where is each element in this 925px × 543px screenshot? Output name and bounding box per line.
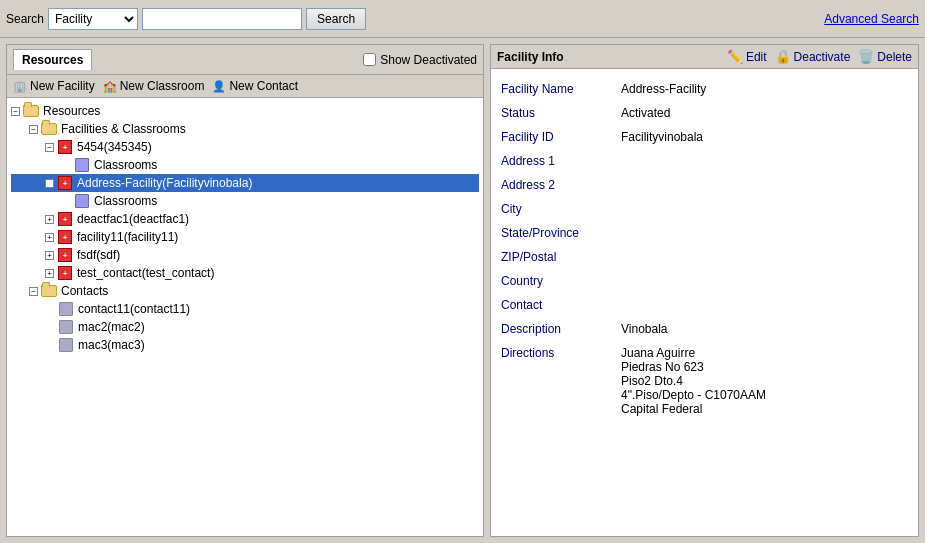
tree-node-icon <box>74 193 90 209</box>
tree-item[interactable]: ++test_contact(test_contact) <box>11 264 479 282</box>
info-field-value <box>621 298 908 312</box>
info-row: State/Province <box>499 221 910 245</box>
tree-node-label: Classrooms <box>94 158 157 172</box>
tree-item[interactable]: mac3(mac3) <box>11 336 479 354</box>
tree-item[interactable]: −Contacts <box>11 282 479 300</box>
info-field-label: Contact <box>501 298 621 312</box>
show-deactivated-label: Show Deactivated <box>380 53 477 67</box>
info-row: Address 2 <box>499 173 910 197</box>
info-row: Facility IDFacilityvinobala <box>499 125 910 149</box>
tree-item[interactable]: ++facility11(facility11) <box>11 228 479 246</box>
info-row: Country <box>499 269 910 293</box>
right-panel-header: Facility Info ✏️ Edit 🔒 Deactivate 🗑️ De… <box>491 45 918 69</box>
info-field-value: Juana Aguirre Piedras No 623 Piso2 Dto.4… <box>621 346 908 416</box>
tree-node-icon: + <box>57 247 73 263</box>
info-row: DescriptionVinobala <box>499 317 910 341</box>
top-bar-left: Search Facility Classroom Contact Search <box>6 8 366 30</box>
resources-tab[interactable]: Resources <box>13 49 92 70</box>
info-field-label: State/Province <box>501 226 621 240</box>
new-facility-button[interactable]: 🏢 New Facility <box>13 79 95 93</box>
tree-node-label: facility11(facility11) <box>77 230 178 244</box>
tree-item[interactable]: Classrooms <box>11 192 479 210</box>
edit-label: Edit <box>746 50 767 64</box>
tree-expander[interactable]: − <box>29 287 38 296</box>
facility-info-title: Facility Info <box>497 50 564 64</box>
info-field-label: Facility Name <box>501 82 621 96</box>
edit-button[interactable]: ✏️ Edit <box>727 49 767 64</box>
tree-expander[interactable]: − <box>11 107 20 116</box>
info-field-value <box>621 274 908 288</box>
tree-node-icon <box>41 121 57 137</box>
tree-expander[interactable]: + <box>45 233 54 242</box>
tree-node-icon <box>58 301 74 317</box>
tree-node-label: Facilities & Classrooms <box>61 122 186 136</box>
info-row: Contact <box>499 293 910 317</box>
deactivate-icon: 🔒 <box>775 49 791 64</box>
main-layout: Resources Show Deactivated 🏢 New Facilit… <box>0 38 925 543</box>
left-panel: Resources Show Deactivated 🏢 New Facilit… <box>6 44 484 537</box>
facility-select[interactable]: Facility Classroom Contact <box>48 8 138 30</box>
tree-node-label: Address-Facility(Facilityvinobala) <box>77 176 252 190</box>
info-field-value: Vinobala <box>621 322 908 336</box>
new-facility-label: New Facility <box>30 79 95 93</box>
tree-item[interactable]: −+Address-Facility(Facilityvinobala) <box>11 174 479 192</box>
new-contact-label: New Contact <box>229 79 298 93</box>
tree-node-label: contact11(contact11) <box>78 302 190 316</box>
info-row: Address 1 <box>499 149 910 173</box>
info-field-value <box>621 250 908 264</box>
info-field-value <box>621 154 908 168</box>
tree-node-icon <box>58 337 74 353</box>
delete-button[interactable]: 🗑️ Delete <box>858 49 912 64</box>
info-field-label: Description <box>501 322 621 336</box>
info-row: City <box>499 197 910 221</box>
tree-node-label: Resources <box>43 104 100 118</box>
tree-item[interactable]: mac2(mac2) <box>11 318 479 336</box>
tree-node-icon <box>41 283 57 299</box>
tree-item[interactable]: contact11(contact11) <box>11 300 479 318</box>
tree-node-icon: + <box>57 139 73 155</box>
deactivate-button[interactable]: 🔒 Deactivate <box>775 49 851 64</box>
tree-item[interactable]: ++fsdf(sdf) <box>11 246 479 264</box>
new-classroom-button[interactable]: 🏫 New Classroom <box>103 79 205 93</box>
info-field-label: City <box>501 202 621 216</box>
tree-item[interactable]: Classrooms <box>11 156 479 174</box>
info-field-label: Address 2 <box>501 178 621 192</box>
new-classroom-label: New Classroom <box>120 79 205 93</box>
tree-node-label: deactfac1(deactfac1) <box>77 212 189 226</box>
advanced-search-link[interactable]: Advanced Search <box>824 12 919 26</box>
tree-node-label: Contacts <box>61 284 108 298</box>
tree-node-label: mac2(mac2) <box>78 320 145 334</box>
tree-expander[interactable]: − <box>29 125 38 134</box>
info-field-value: Address-Facility <box>621 82 908 96</box>
info-field-label: Facility ID <box>501 130 621 144</box>
tree-node-icon: + <box>57 211 73 227</box>
tree-expander[interactable]: + <box>45 215 54 224</box>
tree-node-icon: + <box>57 265 73 281</box>
info-field-label: Address 1 <box>501 154 621 168</box>
tree-item[interactable]: −+5454(345345) <box>11 138 479 156</box>
search-button[interactable]: Search <box>306 8 366 30</box>
new-contact-button[interactable]: 👤 New Contact <box>212 79 298 93</box>
deactivate-label: Deactivate <box>794 50 851 64</box>
info-field-value <box>621 178 908 192</box>
tree-container[interactable]: −Resources−Facilities & Classrooms−+5454… <box>7 98 483 536</box>
tree-expander[interactable]: + <box>45 269 54 278</box>
show-deactivated-checkbox[interactable] <box>363 53 376 66</box>
tree-item[interactable]: −Facilities & Classrooms <box>11 120 479 138</box>
tree-node-icon <box>74 157 90 173</box>
tree-expander[interactable]: − <box>45 179 54 188</box>
tree-expander[interactable]: − <box>45 143 54 152</box>
left-panel-header: Resources Show Deactivated <box>7 45 483 75</box>
info-field-label: Directions <box>501 346 621 416</box>
search-label: Search <box>6 12 44 26</box>
action-buttons: ✏️ Edit 🔒 Deactivate 🗑️ Delete <box>727 49 912 64</box>
search-input[interactable] <box>142 8 302 30</box>
show-deactivated-container: Show Deactivated <box>363 53 477 67</box>
tree-expander[interactable]: + <box>45 251 54 260</box>
tree-item[interactable]: ++deactfac1(deactfac1) <box>11 210 479 228</box>
tree-item[interactable]: −Resources <box>11 102 479 120</box>
info-row: ZIP/Postal <box>499 245 910 269</box>
toolbar: 🏢 New Facility 🏫 New Classroom 👤 New Con… <box>7 75 483 98</box>
new-classroom-icon: 🏫 <box>103 80 117 93</box>
info-field-value <box>621 226 908 240</box>
